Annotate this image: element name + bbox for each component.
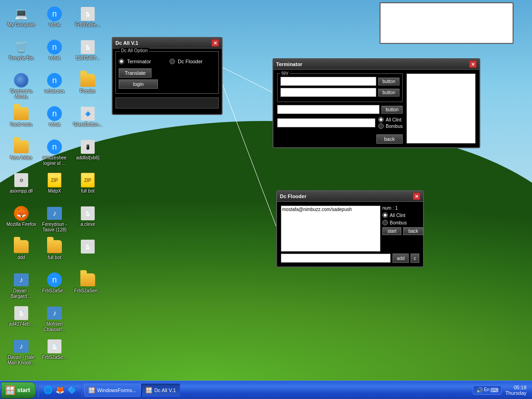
tray-icon2[interactable]: ⌨ [490, 387, 498, 393]
dc-bottom-input[interactable] [115, 97, 219, 109]
desktop-icon-13672467[interactable]: 📄 13672467... [71, 38, 104, 71]
start-button[interactable]: 🪟 start [1, 382, 36, 399]
start-icon: 🪟 [5, 385, 15, 395]
desktop-icon-nchat2[interactable]: n nchat [38, 38, 71, 71]
translate-button[interactable]: Translate [119, 68, 151, 78]
exe-img2: 📄 [14, 306, 28, 320]
desktop-icon-flooder[interactable]: Flooder [71, 71, 104, 104]
desktop-icon-my-computer[interactable]: 💻 My Computer [5, 5, 38, 38]
desktop-icon-addlist[interactable]: ZIP MidpX [38, 171, 71, 204]
flooder-back-button[interactable]: back [403, 227, 423, 235]
amuzeshee-icon: n [47, 139, 62, 154]
quick-launch-ie-icon[interactable]: 🌐 [42, 385, 54, 396]
desktop-icon-shortcut-almas[interactable]: Shortcut to Almas [5, 71, 38, 104]
dc-all-titlebar[interactable]: Dc All V.1 ✕ [113, 38, 222, 48]
dc-flooder-radio[interactable] [169, 59, 175, 64]
taskbar-windowsforms[interactable]: 🪟 WindowsForms... [84, 384, 140, 397]
nchat2-img: n [47, 40, 62, 54]
dc-flooder-option[interactable]: Dc Flooder [169, 57, 203, 66]
bombus-option[interactable]: Bombus [378, 123, 403, 129]
taskbar: 🪟 start 🌐 🦊 🔷 🪟 WindowsForms... 🪟 Dc All… [0, 381, 532, 399]
terminator-close-button[interactable]: ✕ [469, 60, 477, 68]
spy-group: spy button button [277, 73, 403, 102]
desktop-icon-nchat-ocx[interactable]: n nchat.ocx [38, 71, 71, 104]
term-clint-input[interactable] [277, 118, 375, 127]
desktop-icon-midpx[interactable]: 📱 addlist[vb6] [71, 138, 104, 171]
exe-img: ⚙ [14, 173, 28, 187]
login-button[interactable]: login [119, 79, 158, 89]
flooder-c-button[interactable]: c [411, 254, 419, 263]
nchat2-label: nchat [49, 55, 60, 61]
nchat3-img: n [47, 73, 62, 88]
flooder-bombus-option[interactable]: Bombus [382, 220, 419, 225]
desktop-icon-new-folder[interactable]: New folder [5, 138, 38, 171]
desktop-icon-glass-button[interactable]: 🔷 GlassButton... [71, 104, 104, 138]
desktop-icon-recycle-bin[interactable]: 🗑️ Recycle Bin [5, 38, 38, 71]
desktop-icon-amuzeshee[interactable]: n amuzeshee logine id ... [38, 138, 71, 171]
desktop-icon-frbs2aSe3[interactable]: 📄 FrbS2aSe... [71, 5, 104, 38]
desktop-icon-flood-room[interactable]: flood room [5, 104, 38, 138]
dcall-icon: 🪟 [145, 387, 152, 393]
desktop-icon-mohsen[interactable]: Mohsen Chavosh... [38, 304, 71, 337]
quick-launch-extra-icon[interactable]: 🔷 [66, 385, 78, 396]
full-bot-label: full bot [81, 188, 94, 194]
terminator-back-button[interactable]: back [376, 134, 403, 144]
flooder-all-clint-option[interactable]: All Clint [382, 212, 419, 218]
ddd-label: ddd [18, 255, 25, 260]
dc-all-window: Dc All V.1 ✕ Dc All Option Terminator Dc… [112, 37, 223, 115]
midpx-label: addlist[vb6] [76, 155, 100, 161]
desktop-icon-firefox[interactable]: 🦊 Mozilla Firefox [5, 204, 38, 237]
term-input-field[interactable] [277, 105, 380, 114]
desktop-icon-frbs2aSe2[interactable]: 📄 FrbS2aSe... [38, 337, 71, 370]
desktop-icon-source-nchat[interactable]: 📄 ad4174eb... [5, 304, 38, 337]
desktop-icon-a-clexe[interactable]: 📄 a.clexe [71, 204, 104, 237]
spy-button2[interactable]: button [378, 89, 399, 97]
desktop-icon-fereydoun[interactable]: Fereydoun - Tasvir (128) [38, 204, 71, 237]
dc-all-title: Dc All V.1 [115, 40, 138, 46]
terminator-left-panel: spy button button button [277, 73, 403, 144]
desktop-icon-nchat3[interactable]: n nchat [38, 104, 71, 138]
all-clint-radio[interactable] [378, 117, 384, 122]
terminator-radio[interactable] [119, 59, 124, 64]
exe-frbs4: 📄 [81, 240, 95, 254]
nchat1-img: n [47, 6, 62, 21]
desktop-icon-frbs2aSen[interactable]: FrbS2aSen... [71, 271, 104, 304]
desktop-icon-ddd[interactable]: ddd [5, 237, 38, 271]
flooder-bombus-radio[interactable] [382, 220, 388, 225]
tray-icon1[interactable]: 🔊 [476, 387, 483, 393]
globe-icon [14, 73, 29, 88]
desktop-icon-asixmpp[interactable]: ⚙ asixmpp.dll [5, 171, 38, 204]
term-button3[interactable]: button [381, 106, 403, 114]
desktop-icon-full-bot[interactable]: ZIP full bot [71, 171, 104, 204]
bombus-radio[interactable] [378, 123, 384, 129]
quick-launch-firefox-icon[interactable]: 🦊 [54, 385, 66, 396]
spy-button1[interactable]: button [378, 78, 399, 85]
recycle-bin-icon: 🗑️ [14, 40, 29, 54]
desktop-icon-frbs2aSe4[interactable]: 📄 [71, 237, 104, 271]
flooder-text-input[interactable] [281, 254, 391, 263]
flooder-btn-row: start back [382, 227, 419, 235]
firefox-label: Mozilla Firefox [6, 222, 36, 227]
taskbar-dcall[interactable]: 🪟 Dc All V.1 [141, 384, 180, 397]
flooder-folder-icon [80, 73, 95, 88]
dc-all-close-button[interactable]: ✕ [212, 39, 219, 47]
all-clint-option[interactable]: All Clint [378, 117, 403, 122]
flooder-add-button[interactable]: add [393, 254, 409, 263]
dc-flooder-titlebar[interactable]: Dc Flooder ✕ [277, 191, 423, 202]
desktop-icon-davan-hale[interactable]: Davan - Hale Man Khoob... [5, 337, 38, 370]
terminator-titlebar[interactable]: Terminator ✕ [273, 59, 479, 70]
spy-input2[interactable] [280, 88, 376, 97]
new-folder-label: New folder [10, 155, 32, 161]
flood-room-label: flood room [10, 122, 32, 127]
spy-input1[interactable] [280, 77, 376, 86]
desktop-icon-full-bot2[interactable]: full bot [38, 237, 71, 271]
desktop-icon-dayan-bargard[interactable]: Dayan - Bargard ... [5, 271, 38, 304]
desktop-icon-ad4174eb[interactable]: n FrbS2aSe... [38, 271, 71, 304]
terminator-option[interactable]: Terminator [119, 57, 151, 66]
flooder-start-button[interactable]: start [382, 227, 401, 235]
flooder-all-clint-radio[interactable] [382, 212, 388, 218]
nchat2-icon: n [47, 40, 62, 54]
desktop-icon-nchat1[interactable]: n nchat [38, 5, 71, 38]
dc-flooder-close-button[interactable]: ✕ [413, 193, 420, 200]
flooder-list[interactable]: mostafa@nimbuzz.com/sadepush [281, 206, 381, 252]
